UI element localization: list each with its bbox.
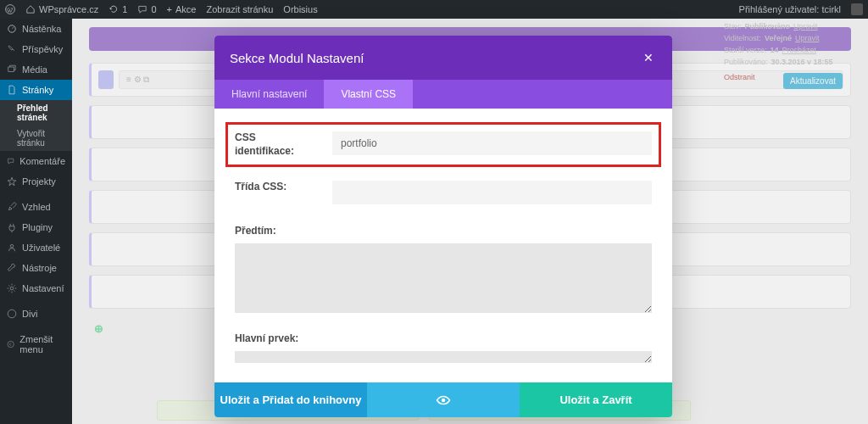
css-id-input[interactable]	[332, 131, 652, 155]
site-name-link[interactable]: WPsprávce.cz	[25, 4, 98, 14]
wp-logo[interactable]	[5, 4, 15, 14]
view-page-link[interactable]: Zobrazit stránku	[206, 4, 273, 14]
main-element-textarea[interactable]	[235, 351, 652, 363]
modal-tabs: Hlavní nastavení Vlastní CSS	[214, 80, 672, 109]
plus-icon: +	[167, 4, 172, 14]
save-add-library-button[interactable]: Uložit a Přidat do knihovny	[214, 382, 367, 417]
comments-link[interactable]: 0	[137, 4, 156, 14]
tab-custom-css[interactable]: Vlastní CSS	[324, 80, 413, 109]
tab-main-settings[interactable]: Hlavní nastavení	[214, 80, 324, 109]
before-label: Předtím:	[235, 225, 652, 237]
main-element-label: Hlavní prvek:	[235, 332, 652, 344]
preview-button[interactable]	[367, 382, 520, 417]
save-close-button[interactable]: Uložit a Zavřít	[520, 382, 672, 417]
close-icon[interactable]: ✕	[640, 47, 657, 68]
css-id-label: CSS identifikace:	[235, 131, 315, 158]
orbisius-link[interactable]: Orbisius	[283, 4, 317, 14]
new-link[interactable]: + Akce	[167, 4, 197, 14]
css-class-label: Třída CSS:	[235, 181, 315, 194]
section-settings-modal: Sekce Modul Nastavení ✕ Hlavní nastavení…	[214, 36, 672, 417]
user-greeting[interactable]: Přihlášený uživatel: tcirkl	[739, 4, 841, 14]
modal-title: Sekce Modul Nastavení	[230, 51, 364, 65]
css-class-input[interactable]	[332, 181, 652, 204]
avatar[interactable]	[851, 3, 863, 15]
site-name: WPsprávce.cz	[39, 4, 98, 14]
before-textarea[interactable]	[235, 243, 652, 313]
updates-link[interactable]: 1	[108, 4, 127, 14]
eye-icon	[436, 395, 451, 405]
svg-point-7	[442, 398, 446, 402]
